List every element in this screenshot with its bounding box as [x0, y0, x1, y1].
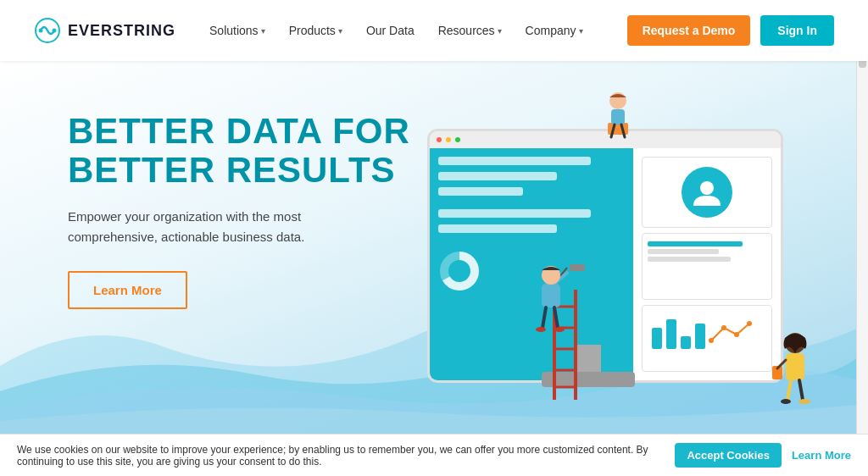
request-demo-button[interactable]: Request a Demo — [627, 15, 751, 46]
data-bar-5 — [438, 224, 557, 233]
data-card-1 — [642, 233, 772, 300]
scrollbar[interactable] — [856, 0, 868, 476]
svg-point-10 — [709, 338, 714, 343]
cookie-learn-more-link[interactable]: Learn More — [792, 449, 851, 462]
company-arrow-icon: ▾ — [579, 26, 583, 36]
cookie-banner: We use cookies on our website to improve… — [0, 434, 868, 476]
svg-rect-14 — [608, 123, 628, 135]
svg-point-1 — [39, 29, 43, 33]
svg-rect-29 — [542, 284, 560, 307]
svg-rect-9 — [695, 324, 705, 349]
dot-red — [437, 137, 442, 142]
svg-point-33 — [536, 327, 546, 332]
logo-icon — [34, 17, 61, 44]
mini-bar-2 — [648, 249, 719, 254]
svg-rect-7 — [666, 319, 676, 349]
hero-subtitle: Empower your organization with the most … — [68, 207, 322, 247]
svg-line-38 — [787, 380, 791, 400]
monitor-illustration — [427, 129, 783, 383]
svg-point-5 — [700, 181, 714, 195]
logo[interactable]: EVERSTRING — [34, 17, 175, 44]
profile-card — [642, 157, 772, 228]
nav-resources[interactable]: Resources ▾ — [438, 24, 502, 37]
header: EVERSTRING Solutions ▾ Products ▾ Our Da… — [0, 0, 868, 61]
nav-solutions[interactable]: Solutions ▾ — [209, 24, 265, 37]
cookie-text: We use cookies on our website to improve… — [17, 444, 665, 468]
person-right-illustration — [771, 319, 826, 412]
monitor-right-panel — [633, 148, 781, 380]
products-arrow-icon: ▾ — [338, 26, 342, 36]
hero-section: BETTER DATA FOR BETTER RESULTS Empower y… — [0, 61, 868, 434]
main-nav: Solutions ▾ Products ▾ Our Data Resource… — [209, 24, 627, 37]
data-bar-4 — [438, 209, 591, 218]
svg-line-31 — [542, 307, 546, 328]
donut-chart — [438, 250, 481, 292]
svg-rect-15 — [611, 109, 625, 125]
svg-line-39 — [799, 380, 803, 400]
learn-more-button[interactable]: Learn More — [68, 271, 187, 309]
svg-rect-36 — [786, 353, 804, 380]
svg-point-41 — [798, 399, 810, 404]
data-bar-1 — [438, 157, 591, 165]
svg-rect-26 — [570, 264, 585, 271]
person-top-illustration — [593, 82, 643, 150]
data-bar-2 — [438, 172, 557, 180]
solutions-arrow-icon: ▾ — [261, 26, 265, 36]
svg-point-2 — [53, 29, 57, 33]
data-card-2 — [642, 305, 772, 372]
nav-products[interactable]: Products ▾ — [289, 24, 342, 37]
mini-bar-3 — [648, 257, 731, 262]
sign-in-button[interactable]: Sign In — [760, 15, 834, 46]
bar-chart-small — [648, 311, 766, 353]
svg-rect-6 — [652, 328, 662, 349]
nav-our-data[interactable]: Our Data — [366, 24, 415, 37]
monitor-content — [430, 148, 781, 380]
svg-point-13 — [747, 321, 752, 326]
svg-point-34 — [554, 327, 565, 332]
avatar-icon — [682, 167, 732, 218]
data-bar-3 — [438, 187, 523, 196]
nav-company[interactable]: Company ▾ — [526, 24, 583, 37]
svg-point-12 — [734, 332, 739, 337]
dot-green — [455, 137, 460, 142]
hero-title: BETTER DATA FOR BETTER RESULTS — [68, 112, 410, 190]
nav-buttons: Request a Demo Sign In — [627, 15, 834, 46]
hero-content: BETTER DATA FOR BETTER RESULTS Empower y… — [68, 112, 410, 309]
svg-point-11 — [721, 325, 726, 330]
mini-bar-1 — [648, 241, 743, 246]
monitor-screen — [430, 131, 781, 380]
svg-rect-8 — [681, 336, 691, 349]
svg-line-32 — [554, 307, 558, 328]
logo-text: EVERSTRING — [68, 22, 175, 40]
user-icon — [693, 179, 721, 206]
svg-point-40 — [781, 399, 791, 404]
hero-illustration — [410, 78, 834, 434]
dot-yellow — [446, 137, 451, 142]
person-ladder-illustration — [520, 252, 588, 353]
resources-arrow-icon: ▾ — [498, 26, 502, 36]
accept-cookies-button[interactable]: Accept Cookies — [675, 443, 782, 468]
